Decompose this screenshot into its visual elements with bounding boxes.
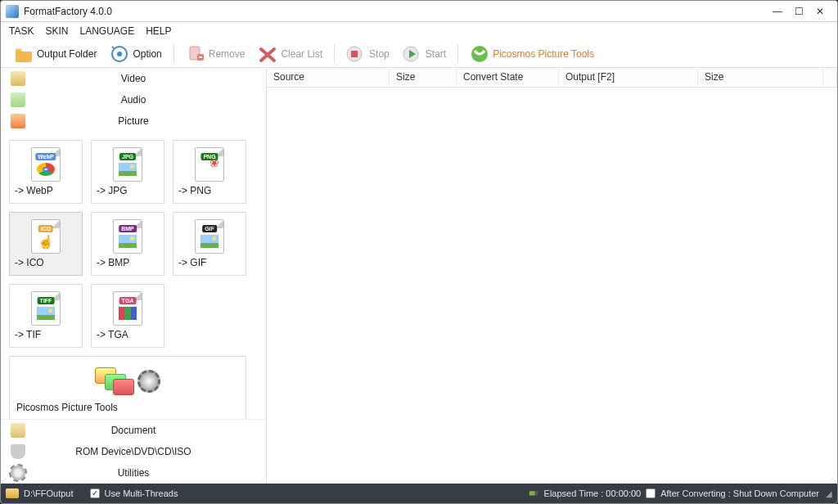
tile-jpg[interactable]: JPG -> JPG [91, 140, 164, 204]
app-icon [6, 5, 19, 18]
svg-rect-8 [529, 491, 534, 495]
menubar: TASK SKIN LANGUAGE HELP [1, 22, 837, 40]
category-video-label: Video [121, 73, 146, 84]
stop-label: Stop [369, 48, 390, 60]
menu-language[interactable]: LANGUAGE [79, 25, 134, 37]
picture-panel: WebP -> WebP JPG -> JPG PNG -> PNG ICO -… [1, 132, 266, 419]
category-utilities-label: Utilities [118, 467, 150, 479]
option-button[interactable]: Option [105, 43, 166, 65]
picosmos-label: Picosmos Picture Tools [493, 48, 594, 60]
audio-icon [11, 92, 25, 107]
tile-gif-label: -> GIF [173, 257, 246, 268]
category-utilities[interactable]: Utilities [1, 462, 266, 484]
col-source[interactable]: Source [267, 68, 390, 87]
tile-png[interactable]: PNG -> PNG [173, 140, 246, 204]
option-label: Option [133, 48, 161, 60]
category-picture-label: Picture [118, 115, 148, 127]
titlebar: FormatFactory 4.0.0 — ☐ ✕ [1, 1, 837, 22]
col-size[interactable]: Size [390, 68, 457, 87]
tile-bmp[interactable]: BMP -> BMP [91, 212, 164, 276]
tile-ico[interactable]: ICO -> ICO [9, 212, 83, 276]
bottom-categories: Document ROM Device\DVD\CD\ISO Utilities [1, 419, 266, 484]
close-button[interactable]: ✕ [814, 6, 826, 17]
after-converting-label: After Converting : Shut Down Computer [660, 488, 819, 498]
col-output[interactable]: Output [F2] [559, 68, 698, 87]
menu-task[interactable]: TASK [9, 25, 34, 37]
start-button[interactable]: Start [398, 43, 451, 65]
task-table-body[interactable] [267, 88, 837, 484]
folder-icon [14, 44, 34, 64]
start-label: Start [426, 48, 446, 60]
video-icon [11, 71, 25, 86]
output-folder-button[interactable]: Output Folder [9, 43, 101, 65]
app-window: FormatFactory 4.0.0 — ☐ ✕ TASK SKIN LANG… [0, 0, 838, 504]
tile-webp-label: -> WebP [10, 185, 82, 196]
category-video[interactable]: Video [1, 68, 266, 89]
toolbar: Output Folder Option Remove Clear List [1, 40, 837, 68]
task-table-header: Source Size Convert State Output [F2] Si… [267, 68, 837, 88]
category-picture[interactable]: Picture [1, 110, 266, 132]
tile-picosmos-label: Picosmos Picture Tools [10, 402, 246, 416]
picosmos-graphic [10, 361, 246, 398]
picture-icon [11, 114, 25, 128]
elapsed-time-label: Elapsed Time : 00:00:00 [544, 488, 642, 498]
stop-button[interactable]: Stop [341, 43, 394, 65]
stop-icon [346, 44, 366, 64]
tile-bmp-label: -> BMP [92, 257, 164, 268]
maximize-button[interactable]: ☐ [793, 6, 804, 17]
remove-button[interactable]: Remove [181, 43, 250, 65]
category-rom-label: ROM Device\DVD\CD\ISO [75, 446, 191, 457]
svg-point-1 [117, 52, 122, 56]
tile-gif[interactable]: GIF -> GIF [173, 212, 246, 276]
tile-tga-label: -> TGA [92, 329, 164, 340]
progress-icon [528, 487, 539, 500]
category-audio[interactable]: Audio [1, 89, 266, 110]
clear-list-button[interactable]: Clear List [253, 43, 327, 65]
picosmos-button[interactable]: Picosmos Picture Tools [465, 43, 599, 65]
output-folder-label: Output Folder [37, 48, 97, 60]
status-folder-icon[interactable] [6, 488, 19, 498]
tile-jpg-label: -> JPG [92, 185, 164, 196]
category-audio-label: Audio [121, 94, 146, 106]
menu-help[interactable]: HELP [146, 25, 171, 37]
category-rom[interactable]: ROM Device\DVD\CD\ISO [1, 441, 266, 462]
toolbar-separator [457, 44, 458, 64]
col-convert-state[interactable]: Convert State [457, 68, 559, 87]
body: Video Audio Picture WebP -> WebP JPG [1, 68, 837, 484]
sidebar: Video Audio Picture WebP -> WebP JPG [1, 68, 267, 484]
toolbar-separator [173, 44, 174, 64]
toolbar-separator [334, 44, 335, 64]
tile-png-label: -> PNG [173, 185, 246, 196]
svg-rect-5 [351, 51, 358, 57]
after-converting-checkbox[interactable] [646, 488, 656, 498]
window-controls: — ☐ ✕ [772, 6, 832, 17]
col-spacer [823, 68, 837, 87]
statusbar: D:\FFOutput Use Multi-Threads Elapsed Ti… [1, 484, 837, 503]
category-document-label: Document [111, 425, 156, 436]
utilities-icon [11, 466, 25, 480]
multithreads-checkbox[interactable] [90, 488, 100, 498]
start-icon [403, 44, 422, 64]
tile-picosmos[interactable]: Picosmos Picture Tools [9, 356, 246, 419]
tile-tif-label: -> TIF [10, 329, 82, 340]
picosmos-icon [470, 44, 489, 64]
document-icon [11, 423, 25, 438]
tile-webp[interactable]: WebP -> WebP [9, 140, 83, 204]
clear-list-label: Clear List [281, 48, 322, 60]
tile-tga[interactable]: TGA -> TGA [91, 284, 164, 348]
multithreads-label: Use Multi-Threads [105, 488, 178, 498]
main-area: Source Size Convert State Output [F2] Si… [267, 68, 837, 484]
clear-list-icon [258, 44, 277, 64]
minimize-button[interactable]: — [772, 6, 783, 17]
menu-skin[interactable]: SKIN [45, 25, 68, 37]
rom-icon [11, 444, 25, 459]
app-title: FormatFactory 4.0.0 [24, 6, 772, 17]
tile-tif[interactable]: TIFF -> TIF [9, 284, 83, 348]
remove-label: Remove [209, 48, 246, 60]
status-output-path[interactable]: D:\FFOutput [24, 488, 74, 498]
remove-icon [186, 44, 205, 64]
svg-rect-9 [534, 491, 538, 495]
resize-grip[interactable]: ◢ [824, 489, 832, 498]
col-size2[interactable]: Size [698, 68, 823, 87]
category-document[interactable]: Document [1, 420, 266, 441]
